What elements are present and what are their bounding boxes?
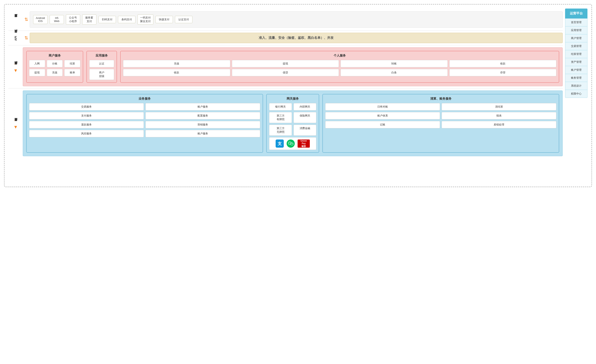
- right-panel: 运营平台 首页管理 应用管理 商户管理 交易管理 结算管理 资产管理 账户管理 …: [565, 8, 588, 183]
- personal-service-box: 个人服务 充值 提现 转账 收款 收款 借贷 白条 存管: [120, 51, 559, 83]
- right-panel-title: 运营平台: [565, 8, 588, 19]
- api-layer: API 接入层 ⇅ 准入、流量、安全（验签、鉴权、黑白名单）、并发: [8, 31, 563, 45]
- access-layer-content: 商户服务 入网 分账 结算 提现 充值 账单 应用服务 认证 商户层: [23, 47, 563, 86]
- right-panel-item-homepage[interactable]: 首页管理: [565, 19, 588, 26]
- alipay-logo: 支: [276, 140, 284, 148]
- gateway-item-internal: 内部网关: [293, 103, 316, 111]
- biz-item-tuikuan: 退款服务: [29, 121, 144, 128]
- front-item-quick-pay: 快捷支付: [155, 16, 173, 23]
- gateway-grid: 银行网关 内部网关 第三方有牌照 保险网关 第三方无牌照 消费金融: [269, 103, 316, 136]
- merchant-item-jiesuan: 结算: [64, 60, 80, 67]
- clearing-service-title: 清算、账务服务: [325, 97, 556, 101]
- access-arrow-down: ▼: [14, 68, 18, 73]
- personal-item-cunguan: 存管: [449, 69, 557, 76]
- biz-item-zhanghufuwu1: 账户服务: [145, 103, 260, 111]
- access-layer: ▲ 接入服务层 ▼ 商户服务 入网 分账 结算 提现 充值 账单: [8, 45, 563, 89]
- gateway-item-bank: 银行网关: [269, 103, 292, 111]
- front-item-barcode-pay: 条码支付: [118, 16, 135, 23]
- personal-item-tixian: 提现: [232, 60, 339, 67]
- biz-item-jiaoyifuwu: 交易服务: [29, 103, 144, 111]
- merchant-item-chongzhi: 充值: [47, 69, 63, 76]
- front-arrow: ⇅: [24, 17, 28, 22]
- front-layer: 前台应用层 ⇅ AndroidIOS H5Web 公众号小程序 服务窗支付 扫码…: [8, 8, 563, 31]
- right-panel-item-assets[interactable]: 资产管理: [565, 58, 588, 66]
- right-panel-item-account[interactable]: 账户管理: [565, 66, 588, 74]
- merchant-service-grid: 入网 分账 结算 提现 充值 账单: [29, 60, 80, 76]
- front-item-service-window: 服务窗支付: [82, 15, 97, 25]
- app-service-grid: 认证 商户层级: [89, 60, 114, 80]
- clearing-service-box: 清算、账务服务 日终对账 清结算 账户体系 报表 记账 差错处理: [322, 94, 559, 153]
- right-panel-item-merchant[interactable]: 商户管理: [565, 34, 588, 42]
- front-layer-content: AndroidIOS H5Web 公众号小程序 服务窗支付 扫码支付 条码支付 …: [30, 11, 563, 28]
- clearing-item-baobiao: 报表: [442, 112, 556, 119]
- front-item-h5-web: H5Web: [50, 15, 64, 24]
- merchant-item-ruguo: 入网: [29, 60, 45, 67]
- personal-item-zhuanzhang: 转账: [341, 60, 448, 67]
- app-service-box: 应用服务 认证 商户层级: [86, 51, 117, 83]
- gateway-item-third-unlicensed: 第三方无牌照: [269, 125, 292, 136]
- biz-item-peizhi: 配置服务: [145, 112, 260, 119]
- clearing-item-chacuo: 差错处理: [442, 121, 556, 128]
- front-item-scan-pay: 扫码支付: [98, 16, 116, 23]
- merchant-service-box: 商户服务 入网 分账 结算 提现 充值 账单: [26, 51, 83, 83]
- merchant-item-zhangdan: 账单: [64, 69, 80, 76]
- clearing-item-rizhong: 日终对账: [325, 103, 440, 111]
- personal-item-jiedai: 借贷: [232, 69, 339, 76]
- personal-service-grid: 充值 提现 转账 收款 收款 借贷 白条 存管: [123, 60, 556, 76]
- api-arrow: ⇅: [24, 35, 28, 41]
- biz-item-zhifufuwu: 支付服务: [29, 112, 144, 119]
- clearing-grid: 日终对账 清结算 账户体系 报表 记账 差错处理: [325, 103, 556, 128]
- gateway-item-insurance: 保险网关: [293, 112, 316, 123]
- gateway-item-consumer-finance: 消费金融: [293, 125, 316, 136]
- main-container: 前台应用层 ⇅ AndroidIOS H5Web 公众号小程序 服务窗支付 扫码…: [4, 4, 592, 187]
- clearing-item-qingjiesuan: 清结算: [442, 103, 556, 111]
- right-panel-item-accounting[interactable]: 账务管理: [565, 74, 588, 82]
- gateway-service-title: 网关服务: [269, 97, 316, 101]
- personal-item-baitiao: 白条: [341, 69, 448, 76]
- front-item-public-miniapp: 公众号小程序: [66, 15, 80, 25]
- app-item-merchant-level: 商户层级: [89, 69, 114, 80]
- unionpay-logo: UnionPay银联: [298, 140, 310, 148]
- biz-layer: ▲ 业务服务层 ▼ 业务服务 交易服务 账户服务 支付服务 配置服务 退款服务 …: [8, 89, 563, 158]
- business-service-box: 业务服务 交易服务 账户服务 支付服务 配置服务 退款服务 营销服务 风控服务 …: [26, 94, 263, 153]
- right-panel-item-permission[interactable]: 权限中心: [565, 90, 588, 98]
- biz-item-yingxiao: 营销服务: [145, 121, 260, 128]
- biz-label-area: ▲ 业务服务层 ▼: [8, 90, 23, 156]
- wechat-logo: [287, 140, 295, 148]
- api-layer-content: 准入、流量、安全（验签、鉴权、黑白名单）、并发: [30, 33, 563, 43]
- clearing-item-zhanghuti: 账户体系: [325, 112, 440, 119]
- app-service-title: 应用服务: [89, 54, 114, 58]
- access-label-area: ▲ 接入服务层 ▼: [8, 47, 23, 86]
- merchant-item-tixian: 提现: [29, 69, 45, 76]
- biz-layer-content: 业务服务 交易服务 账户服务 支付服务 配置服务 退款服务 营销服务 风控服务 …: [23, 90, 563, 156]
- right-panel-item-system[interactable]: 系统设计: [565, 82, 588, 90]
- biz-arrow-down: ▼: [14, 125, 18, 130]
- payment-logos: 支 UnionPay银联: [269, 137, 316, 150]
- app-item-renzheng: 认证: [89, 60, 114, 67]
- biz-arrow-up: ▲: [14, 117, 18, 122]
- biz-item-zhanghufuwu2: 账户服务: [145, 130, 260, 137]
- right-panel-item-settlement[interactable]: 结算管理: [565, 50, 588, 58]
- svg-point-5: [292, 144, 293, 144]
- right-panel-item-transaction[interactable]: 交易管理: [565, 42, 588, 50]
- merchant-item-fenzh: 分账: [47, 60, 63, 67]
- personal-service-title: 个人服务: [123, 54, 556, 58]
- personal-item-shoukuan: 收款: [449, 60, 557, 67]
- svg-point-2: [289, 143, 290, 143]
- biz-service-title: 业务服务: [29, 97, 260, 101]
- svg-point-1: [291, 143, 293, 145]
- svg-point-3: [290, 143, 291, 143]
- personal-item-shoukuan2: 收款: [123, 69, 230, 76]
- gateway-service-box: 网关服务 银行网关 内部网关 第三方有牌照 保险网关 第三方无牌照 消费金融 支: [266, 94, 319, 153]
- front-item-unified-pay: 一码支付聚合支付: [137, 15, 153, 25]
- front-item-auth-pay: 认证支付: [175, 16, 193, 23]
- front-item-android-ios: AndroidIOS: [33, 15, 48, 24]
- svg-point-4: [291, 144, 292, 144]
- right-panel-item-app[interactable]: 应用管理: [565, 26, 588, 34]
- api-label: API 接入层: [8, 35, 23, 41]
- gateway-item-third-licensed: 第三方有牌照: [269, 112, 292, 123]
- merchant-service-title: 商户服务: [29, 54, 80, 58]
- access-arrow-up: ▲: [14, 61, 18, 66]
- biz-service-grid: 交易服务 账户服务 支付服务 配置服务 退款服务 营销服务 风控服务 账户服务: [29, 103, 260, 137]
- api-layer-label: API 接入层: [14, 35, 17, 41]
